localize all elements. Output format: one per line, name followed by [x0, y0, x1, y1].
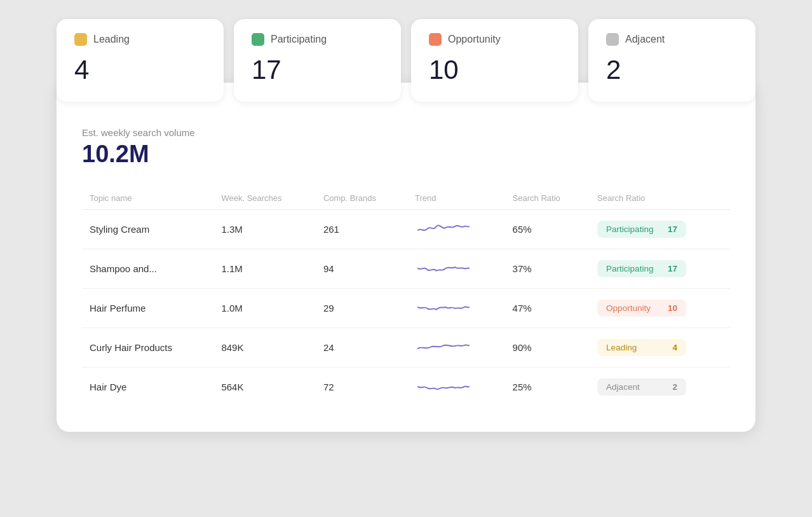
sparkline-3	[415, 337, 472, 356]
trend-cell	[407, 210, 505, 249]
badge-label: Participating	[606, 224, 653, 234]
trend-cell	[407, 368, 505, 407]
sparkline-0	[415, 219, 472, 238]
sparkline-4	[415, 376, 472, 396]
col-header-3: Trend	[407, 187, 505, 210]
search-ratio: 47%	[505, 289, 590, 328]
table-row: Styling Cream 1.3M 261 65% Participating…	[82, 210, 730, 249]
card-value-participating: 17	[252, 55, 383, 85]
col-header-4: Search Ratio	[505, 187, 590, 210]
comp-brands: 261	[316, 210, 407, 249]
badge-cell: Participating 17	[590, 210, 730, 249]
trend-cell	[407, 328, 505, 368]
badge-cell: Participating 17	[590, 249, 730, 289]
badge-label: Leading	[606, 343, 637, 352]
topic-name: Styling Cream	[82, 210, 213, 249]
card-dot-leading	[74, 33, 87, 46]
table-head: Topic nameWeek. SearchesComp. BrandsTren…	[82, 187, 730, 210]
volume-value: 10.2M	[82, 141, 730, 168]
topic-name: Curly Hair Products	[82, 328, 213, 368]
comp-brands: 72	[316, 368, 407, 407]
col-header-2: Comp. Brands	[316, 187, 407, 210]
badge-cell: Leading 4	[590, 328, 730, 368]
col-header-1: Week. Searches	[213, 187, 315, 210]
card-dot-participating	[252, 33, 264, 46]
summary-card-leading: Leading 4	[57, 19, 224, 102]
card-header-adjacent: Adjacent	[606, 33, 738, 46]
search-ratio: 25%	[505, 368, 590, 407]
table-row: Hair Perfume 1.0M 29 47% Opportunity 10	[82, 289, 730, 328]
table-row: Hair Dye 564K 72 25% Adjacent 2	[82, 368, 730, 407]
card-label-opportunity: Opportunity	[448, 34, 501, 45]
main-panel: Est. weekly search volume 10.2M Topic na…	[57, 83, 755, 432]
table-header-row: Topic nameWeek. SearchesComp. BrandsTren…	[82, 187, 730, 210]
card-value-adjacent: 2	[606, 55, 738, 85]
status-badge: Participating 17	[597, 260, 686, 277]
badge-cell: Opportunity 10	[590, 289, 730, 328]
status-badge: Participating 17	[597, 221, 686, 238]
weekly-searches: 849K	[213, 328, 315, 368]
volume-label: Est. weekly search volume	[82, 127, 730, 138]
badge-label: Opportunity	[606, 303, 651, 313]
card-header-leading: Leading	[74, 33, 206, 46]
topic-name: Shampoo and...	[82, 249, 213, 289]
status-badge: Opportunity 10	[597, 300, 686, 317]
status-badge: Leading 4	[597, 339, 686, 356]
weekly-searches: 564K	[213, 368, 315, 407]
search-ratio: 65%	[505, 210, 590, 249]
volume-section: Est. weekly search volume 10.2M	[82, 121, 730, 168]
card-label-leading: Leading	[93, 34, 130, 45]
card-header-participating: Participating	[252, 33, 383, 46]
badge-number: 17	[668, 264, 677, 273]
card-header-opportunity: Opportunity	[429, 33, 560, 46]
status-badge: Adjacent 2	[597, 378, 686, 396]
card-label-participating: Participating	[271, 34, 327, 45]
card-value-opportunity: 10	[429, 55, 560, 85]
weekly-searches: 1.0M	[213, 289, 315, 328]
search-ratio: 90%	[505, 328, 590, 368]
data-table: Topic nameWeek. SearchesComp. BrandsTren…	[82, 187, 730, 406]
badge-cell: Adjacent 2	[590, 368, 730, 407]
card-dot-opportunity	[429, 33, 442, 46]
topic-name: Hair Dye	[82, 368, 213, 407]
badge-label: Participating	[606, 264, 653, 273]
table-row: Shampoo and... 1.1M 94 37% Participating…	[82, 249, 730, 289]
summary-card-participating: Participating 17	[234, 19, 401, 102]
card-value-leading: 4	[74, 55, 206, 85]
weekly-searches: 1.1M	[213, 249, 315, 289]
summary-card-opportunity: Opportunity 10	[411, 19, 578, 102]
comp-brands: 94	[316, 249, 407, 289]
summary-cards: Leading 4 Participating 17 Opportunity 1…	[57, 19, 755, 102]
comp-brands: 29	[316, 289, 407, 328]
card-dot-adjacent	[606, 33, 619, 46]
card-label-adjacent: Adjacent	[625, 34, 665, 45]
badge-number: 2	[673, 382, 678, 392]
table-body: Styling Cream 1.3M 261 65% Participating…	[82, 210, 730, 407]
sparkline-1	[415, 258, 472, 277]
badge-label: Adjacent	[606, 382, 640, 392]
topic-name: Hair Perfume	[82, 289, 213, 328]
sparkline-2	[415, 298, 472, 317]
col-header-0: Topic name	[82, 187, 213, 210]
col-header-5: Search Ratio	[590, 187, 730, 210]
search-ratio: 37%	[505, 249, 590, 289]
comp-brands: 24	[316, 328, 407, 368]
summary-card-adjacent: Adjacent 2	[588, 19, 755, 102]
badge-number: 10	[668, 303, 677, 313]
table-row: Curly Hair Products 849K 24 90% Leading …	[82, 328, 730, 368]
trend-cell	[407, 289, 505, 328]
badge-number: 17	[668, 224, 677, 234]
weekly-searches: 1.3M	[213, 210, 315, 249]
trend-cell	[407, 249, 505, 289]
badge-number: 4	[673, 343, 678, 352]
